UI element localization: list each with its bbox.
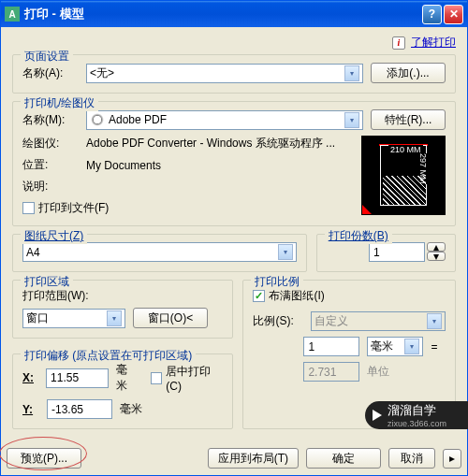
chevron-down-icon: ▾ [427,313,442,329]
x-label: X: [22,371,38,384]
scale-num2-input: 2.731 [303,362,359,382]
plotter-value: Adobe PDF Converter - Windows 系统驱动程序 ... [86,136,335,151]
paper-preview: 210 MM 297 MM [361,136,446,215]
cancel-button[interactable]: 取消 [388,448,435,469]
scale-num1-input[interactable]: 1 [303,337,359,356]
chevron-down-icon: ▾ [278,244,293,260]
close-button[interactable]: ✕ [444,5,463,24]
chevron-down-icon: ▾ [404,339,419,354]
paper-size-group: 图纸尺寸(Z) A4 ▾ [12,234,307,272]
titlebar: A 打印 - 模型 ? ✕ [1,1,467,27]
learn-print-link[interactable]: 了解打印 [411,35,456,50]
fit-paper-label: 布满图纸(I) [269,288,324,304]
chevron-down-icon: ▾ [107,310,122,326]
plotter-label: 绘图仪: [22,136,79,151]
print-area-legend: 打印区域 [21,274,73,290]
location-value: My Documents [86,159,161,172]
scale-ratio-value: 自定义 [314,313,348,329]
y-label: Y: [22,403,39,416]
print-range-select[interactable]: 窗口 ▾ [22,309,125,328]
printer-group: 打印机/绘图仪 名称(M): Adobe PDF ▾ 特性(R)... 绘图仪:… [12,101,456,226]
copies-legend[interactable]: 打印份数(B) [325,228,392,244]
printer-name-select[interactable]: Adobe PDF ▾ [86,110,363,130]
properties-button[interactable]: 特性(R)... [371,109,446,130]
watermark-text: 溜溜自学 [388,402,446,419]
ok-button[interactable]: 确定 [306,448,381,469]
printer-legend: 打印机/绘图仪 [21,95,98,111]
paper-size-legend[interactable]: 图纸尺寸(Z) [21,228,87,244]
print-range-value: 窗口 [26,310,49,326]
page-setup-group: 页面设置 名称(A): <无> ▾ 添加(.)... [12,54,456,94]
printer-name-label: 名称(M): [22,112,79,128]
add-button[interactable]: 添加(.)... [371,63,446,83]
help-button[interactable]: ? [422,5,442,24]
chevron-down-icon: ▾ [344,112,359,128]
origin-marker-icon [362,205,372,214]
watermark: 溜溜自学 zixue.3d66.com [365,401,468,429]
copies-down-button[interactable]: ▾ [427,252,446,261]
paper-size-select[interactable]: A4 ▾ [22,242,297,262]
scale-ratio-select[interactable]: 自定义 ▾ [311,311,446,331]
page-name-value: <无> [90,65,114,81]
print-to-file-checkbox[interactable] [22,202,35,214]
scale-legend: 打印比例 [251,274,303,290]
equals-label: = [431,340,437,353]
y-offset-input[interactable]: -13.65 [47,399,112,419]
chevron-down-icon: ▾ [344,65,359,81]
button-bar: 预览(P)... 应用到布局(T) 确定 取消 ▸ [1,444,467,472]
content: i 了解打印 页面设置 名称(A): <无> ▾ 添加(.)... 打印机/绘图… [1,27,467,444]
location-label: 位置: [22,157,79,173]
printer-name-value: Adobe PDF [109,113,167,126]
print-to-file-label: 打印到文件(F) [38,200,109,216]
scale-unit1-select[interactable]: 毫米 ▾ [367,337,423,356]
play-icon [373,410,382,421]
print-range-label: 打印范围(W): [22,288,223,304]
window-pick-button[interactable]: 窗口(O)< [133,308,208,328]
center-print-checkbox[interactable] [151,372,162,384]
expand-button[interactable]: ▸ [443,449,461,469]
page-name-label: 名称(A): [22,65,79,81]
apply-layout-button[interactable]: 应用到布局(T) [208,448,299,469]
offset-legend: 打印偏移 (原点设置在可打印区域) [21,348,196,364]
print-area-group: 打印区域 打印范围(W): 窗口 ▾ 窗口(O)< [12,280,233,339]
preview-button[interactable]: 预览(P)... [7,448,81,469]
y-unit: 毫米 [120,401,142,417]
page-name-select[interactable]: <无> ▾ [86,64,363,83]
copies-group: 打印份数(B) 1 ▴ ▾ [316,234,456,272]
copies-input[interactable]: 1 [369,242,425,262]
center-print-label: 居中打印(C) [166,364,223,393]
scale-unit2-label: 单位 [367,364,389,380]
page-setup-legend: 页面设置 [21,49,73,65]
info-icon: i [392,36,405,50]
app-icon: A [5,7,20,22]
offset-group: 打印偏移 (原点设置在可打印区域) X: 11.55 毫米 居中打印(C) Y:… [12,353,233,429]
window-title: 打印 - 模型 [24,6,420,22]
desc-label: 说明: [22,179,79,195]
x-unit: 毫米 [116,362,138,394]
scale-ratio-label: 比例(S): [253,313,303,329]
x-offset-input[interactable]: 11.55 [46,368,109,388]
paper-size-value: A4 [26,246,40,259]
printer-icon [90,112,105,127]
watermark-sub: zixue.3d66.com [388,419,446,428]
fit-paper-checkbox[interactable] [253,290,265,302]
print-dialog: A 打印 - 模型 ? ✕ i 了解打印 页面设置 名称(A): <无> ▾ 添… [0,0,468,476]
